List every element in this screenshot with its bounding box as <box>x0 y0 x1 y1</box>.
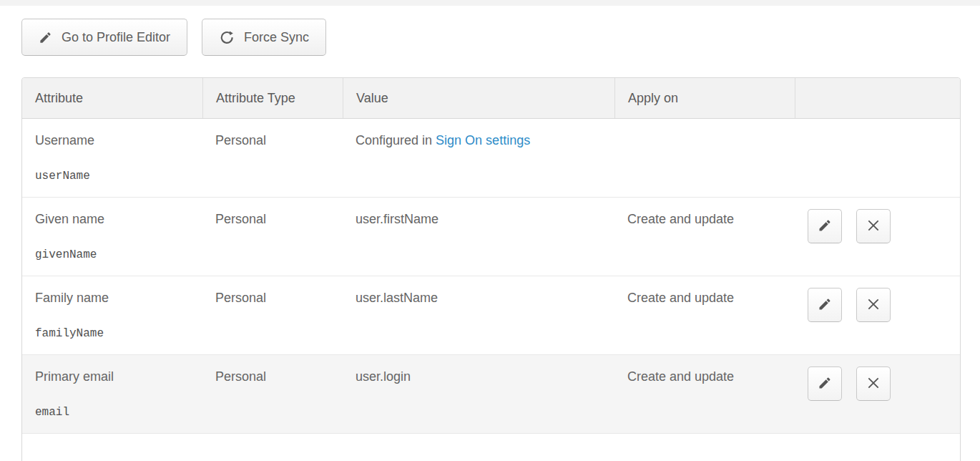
table-row-given-name: Given name givenName Personal user.first… <box>22 198 960 276</box>
table-row-partial <box>22 434 960 461</box>
value-prefix-text: Configured in <box>356 133 436 147</box>
force-sync-label: Force Sync <box>244 30 309 45</box>
remove-x-icon <box>866 218 881 235</box>
value-cell: user.lastName <box>343 276 614 354</box>
attribute-type-cell: Personal <box>202 276 343 354</box>
sign-on-settings-link[interactable]: Sign On settings <box>436 133 530 147</box>
delete-attribute-button[interactable] <box>856 288 891 322</box>
edit-pencil-icon <box>818 376 832 392</box>
toolbar: Go to Profile Editor Force Sync <box>21 19 980 56</box>
force-sync-button[interactable]: Force Sync <box>202 19 326 56</box>
edit-attribute-button[interactable] <box>808 367 842 401</box>
attribute-variable-name: givenName <box>35 247 195 263</box>
go-to-profile-editor-label: Go to Profile Editor <box>62 30 170 45</box>
value-cell: user.login <box>343 355 614 433</box>
actions-cell <box>795 276 960 354</box>
attribute-label: Given name <box>35 211 195 228</box>
apply-on-cell: Create and update <box>614 198 795 276</box>
attribute-cell: Given name givenName <box>22 198 202 276</box>
apply-on-cell <box>614 119 795 197</box>
column-header-attribute: Attribute <box>22 78 202 118</box>
edit-attribute-button[interactable] <box>808 288 842 322</box>
remove-x-icon <box>866 376 881 392</box>
column-header-value: Value <box>343 78 614 118</box>
attribute-mapping-table: Attribute Attribute Type Value Apply on … <box>21 77 961 461</box>
attribute-cell: Primary email email <box>22 355 202 433</box>
pencil-icon <box>39 31 52 44</box>
delete-attribute-button[interactable] <box>856 367 891 401</box>
edit-pencil-icon <box>818 297 832 314</box>
attribute-type-cell: Personal <box>202 355 343 433</box>
attribute-variable-name: email <box>35 404 195 421</box>
column-header-actions <box>795 78 960 118</box>
table-row-username: Username userName Personal Configured in… <box>22 119 960 198</box>
attribute-label: Family name <box>35 290 195 306</box>
remove-x-icon <box>866 297 881 314</box>
table-header-row: Attribute Attribute Type Value Apply on <box>22 78 960 119</box>
go-to-profile-editor-button[interactable]: Go to Profile Editor <box>21 19 187 56</box>
attribute-variable-name: familyName <box>35 326 195 342</box>
attribute-label: Username <box>35 132 195 149</box>
edit-attribute-button[interactable] <box>808 209 842 243</box>
apply-on-cell: Create and update <box>614 355 795 433</box>
attribute-cell: Username userName <box>22 119 202 197</box>
column-header-attribute-type: Attribute Type <box>202 78 343 118</box>
value-cell: Configured in Sign On settings <box>343 119 614 197</box>
table-row-primary-email: Primary email email Personal user.login … <box>22 355 960 434</box>
attribute-type-cell: Personal <box>202 198 343 276</box>
refresh-icon <box>219 29 235 45</box>
value-cell: user.firstName <box>343 198 614 276</box>
actions-cell <box>795 198 960 276</box>
apply-on-cell: Create and update <box>614 276 795 354</box>
actions-cell <box>795 119 960 197</box>
attribute-type-cell: Personal <box>202 119 343 197</box>
actions-cell <box>795 355 960 433</box>
table-row-family-name: Family name familyName Personal user.las… <box>22 276 960 355</box>
attribute-label: Primary email <box>35 369 195 385</box>
edit-pencil-icon <box>818 218 832 235</box>
column-header-apply-on: Apply on <box>614 78 795 118</box>
attribute-cell: Family name familyName <box>22 276 202 354</box>
delete-attribute-button[interactable] <box>856 209 891 243</box>
top-strip <box>0 0 980 6</box>
attribute-variable-name: userName <box>35 168 195 185</box>
